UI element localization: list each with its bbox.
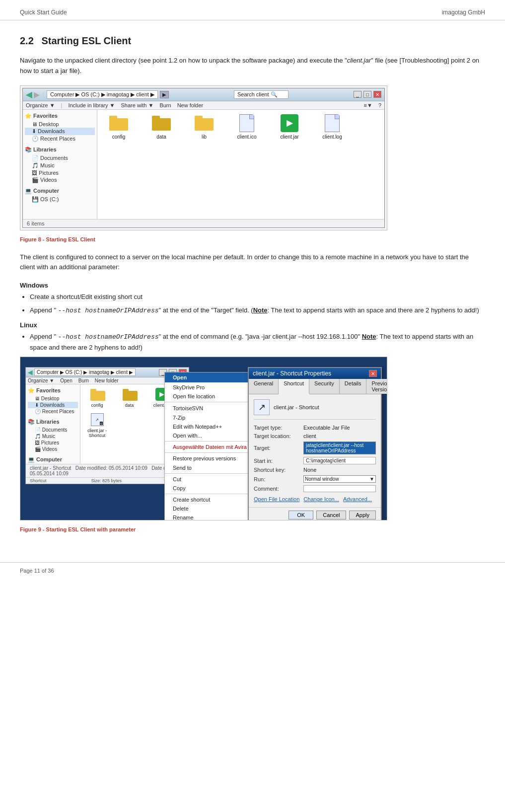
field-value-targetloc: client	[303, 433, 376, 439]
note-label-l: Note	[362, 333, 376, 340]
windows-bullet-list: Create a shortcut/Edit existing short cu…	[30, 292, 485, 316]
mini-computer-header: 💻 Computer	[28, 456, 78, 463]
dialog-body: ↗ client.jar - Shortcut Target type: Exe…	[249, 394, 381, 507]
dialog-cancel-btn[interactable]: Cancel	[316, 511, 346, 519]
windows-label: Windows	[20, 282, 485, 289]
header-right: imagotag GmbH	[442, 9, 485, 16]
sidebar-item-music[interactable]: 🎵 Music	[25, 162, 95, 169]
help-btn[interactable]: ?	[378, 102, 381, 108]
sidebar-item-pictures[interactable]: 🖼 Pictures	[25, 169, 95, 176]
section-number: 2.2	[20, 35, 34, 46]
file-clientjar[interactable]: ▶ client.jar	[272, 114, 307, 140]
field-label-shortcutkey: Shortcut key:	[254, 467, 303, 473]
mini-downloads[interactable]: ⬇ Downloads	[28, 402, 78, 408]
maximize-btn[interactable]: □	[363, 91, 371, 98]
mini-music[interactable]: 🎵 Music	[28, 433, 78, 440]
figure-1-container: ◀ ▶ ↑ Computer ▶ OS (C:) ▶ imagotag ▶ cl…	[20, 85, 387, 230]
linux-cmd-arg: --host hostnameOrIPAddress	[58, 333, 159, 341]
mini-desktop[interactable]: 🖥 Desktop	[28, 395, 78, 402]
search-display[interactable]: Search client 🔍	[234, 90, 289, 99]
figure-2-caption: Figure 9 - Starting ESL Client with para…	[20, 526, 485, 532]
mini-documents[interactable]: 📄 Documents	[28, 427, 78, 433]
properties-dialog: client.jar - Shortcut Properties ✕ Gener…	[248, 367, 382, 520]
mini-videos[interactable]: 🎬 Videos	[28, 446, 78, 452]
dialog-icon-label: client.jar - Shortcut	[274, 404, 319, 410]
advanced-btn[interactable]: Advanced...	[343, 496, 372, 502]
file-clientlog[interactable]: client.log	[315, 114, 350, 140]
dialog-field-startin: Start in: C:\imagotag\client	[254, 457, 376, 464]
dialog-tab-shortcut[interactable]: Shortcut	[279, 379, 309, 394]
mini-pictures[interactable]: 🖼 Pictures	[28, 440, 78, 446]
sidebar-item-videos[interactable]: 🎬 Videos	[25, 176, 95, 184]
mini-file-data[interactable]: data	[116, 387, 143, 408]
field-value-target[interactable]: jatag\client\client.jar --host hostnameO…	[303, 442, 376, 454]
file-lib[interactable]: lib	[187, 114, 221, 140]
burn-btn[interactable]: Burn	[159, 102, 171, 108]
dialog-tab-security[interactable]: Security	[309, 379, 340, 394]
mini-statusbar-text: client.jar - Shortcut Date modified: 05.…	[30, 465, 181, 476]
figure-1-caption: Figure 8 - Starting ESL Client	[20, 236, 485, 242]
mini-file-config[interactable]: config	[83, 387, 111, 408]
mini-organize-btn[interactable]: Organize ▼	[28, 378, 54, 383]
dialog-tab-general[interactable]: General	[249, 379, 279, 394]
sidebar-item-desktop[interactable]: 🖥 Desktop	[25, 121, 95, 128]
open-file-location-btn[interactable]: Open File Location	[254, 496, 299, 502]
change-icon-btn[interactable]: Change Icon...	[303, 496, 339, 502]
back-icon[interactable]: ◀	[26, 90, 32, 99]
address-display[interactable]: Computer ▶ OS (C:) ▶ imagotag ▶ client ▶	[47, 90, 158, 99]
sidebar-item-recent[interactable]: 🕐 Recent Places	[25, 135, 95, 143]
sidebar-item-downloads[interactable]: ⬇ Downloads	[25, 128, 95, 135]
field-label-run: Run:	[254, 476, 303, 482]
file-config[interactable]: config	[101, 114, 136, 140]
windows-cmd-arg: --host hostnameOrIPAddress	[58, 307, 159, 314]
explorer-titlebar-1: ◀ ▶ ↑ Computer ▶ OS (C:) ▶ imagotag ▶ cl…	[23, 88, 384, 101]
footer-page: Page 11 of 36	[20, 568, 54, 574]
minimize-btn[interactable]: _	[354, 91, 361, 98]
field-value-run[interactable]: Normal window▼	[303, 475, 376, 483]
mini-open-btn[interactable]: Open	[60, 378, 72, 383]
dialog-field-targetloc: Target location: client	[254, 433, 376, 439]
explorer-toolbar-1: Organize ▼ | Include in library ▼ Share …	[23, 101, 384, 110]
favorites-header: ⭐ Favorites	[25, 113, 95, 119]
mini-address[interactable]: Computer ▶ OS (C:) ▶ imagotag ▶ client ▶	[34, 369, 136, 376]
close-btn[interactable]: ✕	[373, 91, 381, 98]
explorer-main-1: config data lib client.ico	[97, 110, 384, 219]
dialog-apply-btn[interactable]: Apply	[349, 511, 376, 519]
refresh-btn[interactable]: ▶	[160, 91, 169, 98]
computer-header: 💻 Computer	[25, 188, 95, 194]
explorer-titlebar-left: ◀ ▶ ↑ Computer ▶ OS (C:) ▶ imagotag ▶ cl…	[26, 90, 169, 99]
mini-newfolder-btn[interactable]: New folder	[95, 378, 119, 383]
mini-back-icon[interactable]: ◀	[28, 369, 32, 376]
mini-recent[interactable]: 🕐 Recent Places	[28, 408, 78, 415]
field-value-comment[interactable]	[303, 485, 376, 492]
dialog-tab-previous[interactable]: Previous Versions	[366, 379, 387, 394]
mini-burn-btn[interactable]: Burn	[78, 378, 89, 383]
dialog-ok-btn[interactable]: OK	[289, 511, 313, 519]
dialog-tab-details[interactable]: Details	[340, 379, 367, 394]
field-value-startin[interactable]: C:\imagotag\client	[303, 457, 376, 464]
field-label-comment: Comment:	[254, 486, 303, 492]
sidebar-item-osc[interactable]: 💾 OS (C:)	[25, 196, 95, 203]
view-btn[interactable]: ≡▼	[364, 102, 372, 108]
dialog-close-btn[interactable]: ✕	[369, 370, 377, 377]
linux-label: Linux	[20, 321, 485, 329]
mini-file-shortcut[interactable]: ↗ s client.jar - Shortcut	[83, 413, 111, 438]
libraries-header: 📚 Libraries	[25, 147, 95, 153]
dialog-field-comment: Comment:	[254, 485, 376, 492]
header-left: Quick Start Guide	[20, 9, 67, 16]
file-clientico[interactable]: client.ico	[229, 114, 264, 140]
file-data[interactable]: data	[144, 114, 179, 140]
dialog-buttons: OK Cancel Apply	[249, 507, 381, 520]
explorer-body-1: ⭐ Favorites 🖥 Desktop ⬇ Downloads 🕐 Rece…	[23, 110, 384, 219]
include-library-btn[interactable]: Include in library ▼	[68, 102, 115, 108]
sidebar-item-documents[interactable]: 📄 Documents	[25, 154, 95, 162]
mini-titlebar-left: ◀ Computer ▶ OS (C:) ▶ imagotag ▶ client…	[28, 369, 136, 376]
share-with-btn[interactable]: Share with ▼	[121, 102, 153, 108]
paragraph-2: The client is configured to connect to a…	[20, 252, 485, 273]
page-header: Quick Start Guide imagotag GmbH	[0, 0, 505, 20]
organize-btn[interactable]: Organize ▼	[26, 102, 55, 108]
up-icon[interactable]: ↑	[42, 91, 45, 98]
forward-icon[interactable]: ▶	[34, 90, 40, 99]
new-folder-btn[interactable]: New folder	[177, 102, 204, 108]
dialog-field-run: Run: Normal window▼	[254, 475, 376, 483]
